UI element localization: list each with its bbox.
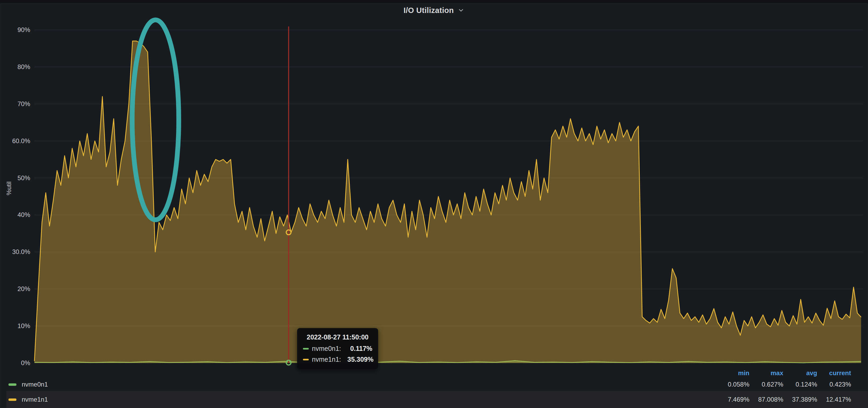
series-color-swatch bbox=[303, 359, 309, 361]
series-color-swatch bbox=[8, 399, 17, 401]
io-utilization-panel: I/O Utilization %util 90% 80% 70% 60.0% … bbox=[0, 0, 868, 408]
stat-max: 0.627% bbox=[749, 381, 783, 388]
series-color-swatch bbox=[8, 383, 17, 386]
stat-current: 0.423% bbox=[817, 381, 851, 388]
legend-header: min max avg current bbox=[6, 368, 868, 378]
chart-tooltip: 2022-08-27 11:50:00 nvme0n1: 0.117% nvme… bbox=[297, 328, 378, 369]
legend-col-max[interactable]: max bbox=[749, 369, 783, 377]
legend: min max avg current nvme0n1 0.058% 0.627… bbox=[0, 368, 868, 408]
stat-min: 0.058% bbox=[715, 381, 749, 388]
tooltip-series-name: nvme0n1: bbox=[312, 345, 341, 352]
tooltip-series-value: 0.117% bbox=[344, 345, 372, 352]
stat-max: 87.008% bbox=[749, 396, 783, 403]
tooltip-series-name: nvme1n1: bbox=[312, 355, 341, 363]
legend-series-name[interactable]: nvme0n1 bbox=[22, 381, 48, 388]
chart-canvas[interactable] bbox=[0, 0, 868, 408]
legend-row-nvme1n1[interactable]: nvme1n1 7.469% 87.008% 37.389% 12.417% bbox=[6, 391, 868, 408]
stat-avg: 0.124% bbox=[783, 381, 817, 388]
stat-min: 7.469% bbox=[715, 396, 749, 403]
legend-col-avg[interactable]: avg bbox=[783, 369, 817, 377]
tooltip-row-nvme1n1: nvme1n1: 35.309% bbox=[303, 355, 372, 363]
legend-row-nvme0n1[interactable]: nvme0n1 0.058% 0.627% 0.124% 0.423% bbox=[6, 378, 868, 391]
series-color-swatch bbox=[303, 348, 309, 349]
legend-series-name[interactable]: nvme1n1 bbox=[22, 396, 48, 403]
stat-current: 12.417% bbox=[817, 396, 851, 403]
series-nvme1n1-area bbox=[34, 41, 861, 363]
legend-col-min[interactable]: min bbox=[715, 369, 749, 377]
stat-avg: 37.389% bbox=[783, 396, 817, 403]
tooltip-timestamp: 2022-08-27 11:50:00 bbox=[303, 333, 372, 341]
tooltip-row-nvme0n1: nvme0n1: 0.117% bbox=[303, 345, 372, 352]
legend-col-current[interactable]: current bbox=[817, 369, 851, 377]
tooltip-series-value: 35.309% bbox=[341, 355, 374, 363]
